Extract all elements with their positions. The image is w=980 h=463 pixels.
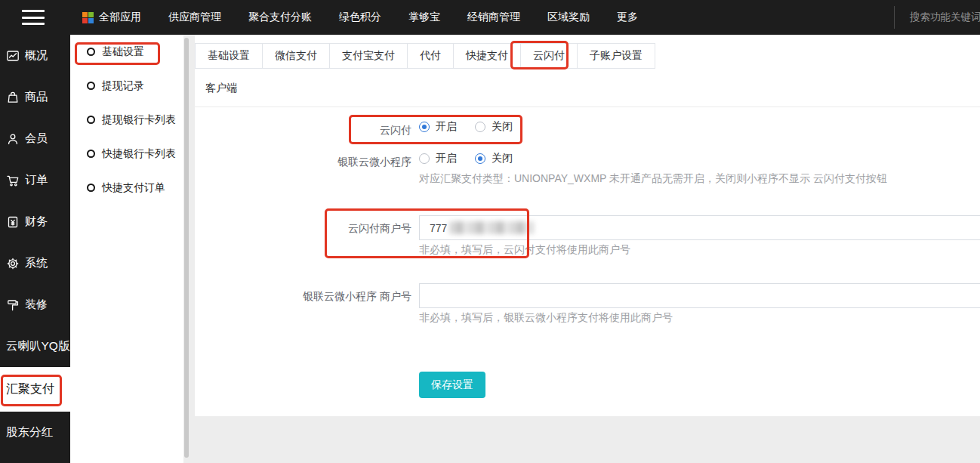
scroll-gutter (183, 35, 195, 463)
scrollbar-thumb[interactable] (184, 38, 189, 458)
radio-unselected-icon (419, 153, 430, 164)
finance-icon (6, 215, 20, 229)
sidebar-item-3[interactable]: 订单 (0, 159, 70, 201)
sidebar: 概况商品会员订单财务系统装修云喇叭YQ版汇聚支付股东分红 (0, 35, 70, 463)
unionpay-radio-group: 开启 关闭 (419, 120, 513, 134)
circle-bullet-icon (87, 184, 95, 192)
radio-selected-icon (475, 153, 485, 164)
topbar-nav-item-3[interactable]: 绿色积分 (339, 11, 381, 24)
system-icon (6, 257, 20, 270)
submenu-item-1[interactable]: 提现记录 (70, 69, 183, 103)
tab-6[interactable]: 子账户设置 (578, 44, 655, 68)
unionpay-merchant-input[interactable]: 777 (419, 215, 980, 240)
sidebar-item-0[interactable]: 概况 (0, 35, 70, 76)
goods-icon (6, 91, 20, 104)
field-label-miniprogram-merchant: 银联云微小程序 商户号 (195, 289, 411, 304)
miniprogram-help-text: 对应汇聚支付类型：UNIONPAY_WXMP 未开通产品无需开启，关闭则小程序不… (419, 172, 887, 186)
sidebar-item-9[interactable]: 股东分红 (0, 412, 70, 453)
submenu-item-2[interactable]: 提现银行卡列表 (70, 103, 183, 137)
tab-4[interactable]: 快捷支付 (454, 44, 521, 68)
members-icon (6, 132, 20, 146)
sidebar-item-4[interactable]: 财务 (0, 201, 70, 242)
tab-5-active[interactable]: 云闪付 (521, 44, 578, 68)
topbar-nav-item-5[interactable]: 经销商管理 (467, 11, 520, 24)
sidebar-item-7[interactable]: 云喇叭YQ版 (0, 326, 70, 367)
overview-icon (6, 49, 20, 63)
section-client-label: 客户端 (205, 82, 237, 94)
circle-bullet-icon (87, 48, 95, 56)
sidebar-item-8[interactable]: 汇聚支付 (0, 367, 70, 412)
topbar-nav-item-7[interactable]: 更多 (617, 11, 638, 24)
topbar-nav-item-4[interactable]: 掌够宝 (408, 11, 440, 24)
sidebar-item-5[interactable]: 系统 (0, 242, 70, 284)
miniprogram-radio-group: 开启 关闭 (419, 152, 513, 165)
radio-selected-icon (419, 122, 430, 132)
field-label-unionpay: 云闪付 (195, 122, 411, 137)
app-root: 全部应用供应商管理聚合支付分账绿色积分掌够宝经销商管理区域奖励更多 搜索功能关键… (0, 0, 980, 463)
topbar-nav-item-2[interactable]: 聚合支付分账 (248, 11, 312, 24)
tab-bar: 基础设置微信支付支付宝支付代付快捷支付云闪付子账户设置 (195, 43, 655, 69)
topbar: 全部应用供应商管理聚合支付分账绿色积分掌够宝经销商管理区域奖励更多 搜索功能关键… (0, 0, 980, 35)
radio-unionpay-off[interactable]: 关闭 (475, 120, 513, 134)
circle-bullet-icon (87, 116, 95, 124)
topbar-nav-item-6[interactable]: 区域奖励 (547, 11, 590, 24)
radio-unionpay-on[interactable]: 开启 (419, 120, 457, 134)
circle-bullet-icon (87, 82, 95, 90)
miniprogram-merchant-help: 非必填，填写后，银联云微小程序支付将使用此商户号 (419, 311, 673, 325)
app-grid-icon (82, 12, 94, 23)
search-placeholder: 搜索功能关键词 (910, 11, 980, 24)
orders-icon (6, 174, 20, 187)
field-label-miniprogram: 银联云微小程序 (195, 154, 411, 169)
submenu-item-0[interactable]: 基础设置 (70, 35, 183, 69)
search-input[interactable]: 搜索功能关键词 (894, 6, 980, 29)
sidebar-item-1[interactable]: 商品 (0, 76, 70, 118)
radio-miniprogram-on[interactable]: 开启 (419, 152, 457, 165)
topbar-nav-item-1[interactable]: 供应商管理 (168, 11, 221, 24)
sidebar-item-2[interactable]: 会员 (0, 118, 70, 159)
submenu: 基础设置提现记录提现银行卡列表快捷银行卡列表快捷支付订单 (70, 35, 183, 463)
content-panel: 基础设置微信支付支付宝支付代付快捷支付云闪付子账户设置 客户端 云闪付 开启 关… (195, 35, 980, 416)
section-client: 客户端 (195, 69, 980, 107)
tab-2[interactable]: 支付宝支付 (330, 44, 408, 68)
tab-1[interactable]: 微信支付 (263, 44, 330, 68)
tab-3[interactable]: 代付 (408, 44, 454, 68)
topbar-nav-item-0[interactable]: 全部应用 (82, 11, 141, 24)
hamburger-menu-icon[interactable] (22, 10, 45, 25)
sidebar-item-6[interactable]: 装修 (0, 284, 70, 326)
field-label-unionpay-merchant: 云闪付商户号 (195, 221, 411, 236)
redacted-value-blur (449, 221, 534, 234)
unionpay-merchant-help: 非必填，填写后，云闪付支付将使用此商户号 (419, 243, 630, 257)
decorate-icon (6, 298, 20, 312)
tab-0[interactable]: 基础设置 (195, 44, 263, 68)
save-settings-button[interactable]: 保存设置 (419, 372, 485, 398)
radio-miniprogram-off[interactable]: 关闭 (475, 152, 513, 165)
circle-bullet-icon (87, 150, 95, 158)
miniprogram-merchant-input[interactable] (419, 283, 980, 308)
radio-unselected-icon (475, 122, 485, 132)
submenu-item-3[interactable]: 快捷银行卡列表 (70, 137, 183, 171)
topbar-nav: 全部应用供应商管理聚合支付分账绿色积分掌够宝经销商管理区域奖励更多 (82, 11, 638, 24)
unionpay-merchant-value: 777 (430, 222, 447, 234)
submenu-item-4[interactable]: 快捷支付订单 (70, 171, 183, 205)
